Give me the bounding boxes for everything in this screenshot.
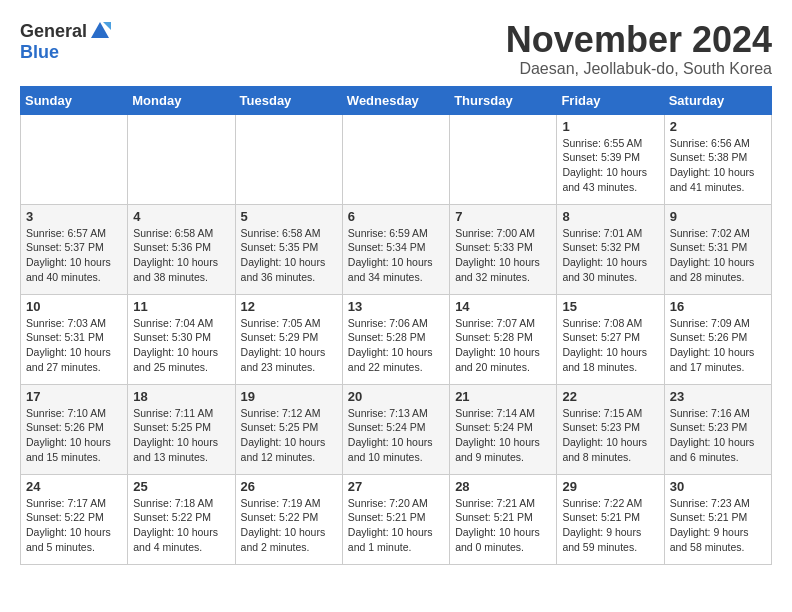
calendar-header-row: Sunday Monday Tuesday Wednesday Thursday… <box>21 86 772 114</box>
day-info: Sunrise: 7:03 AM Sunset: 5:31 PM Dayligh… <box>26 316 122 375</box>
table-row: 3Sunrise: 6:57 AM Sunset: 5:37 PM Daylig… <box>21 204 128 294</box>
table-row: 17Sunrise: 7:10 AM Sunset: 5:26 PM Dayli… <box>21 384 128 474</box>
table-row: 11Sunrise: 7:04 AM Sunset: 5:30 PM Dayli… <box>128 294 235 384</box>
table-row: 14Sunrise: 7:07 AM Sunset: 5:28 PM Dayli… <box>450 294 557 384</box>
page-container: General Blue November 2024 Daesan, Jeoll… <box>0 0 792 575</box>
day-info: Sunrise: 7:14 AM Sunset: 5:24 PM Dayligh… <box>455 406 551 465</box>
day-number: 25 <box>133 479 229 494</box>
day-info: Sunrise: 6:57 AM Sunset: 5:37 PM Dayligh… <box>26 226 122 285</box>
table-row: 24Sunrise: 7:17 AM Sunset: 5:22 PM Dayli… <box>21 474 128 564</box>
day-number: 7 <box>455 209 551 224</box>
day-info: Sunrise: 6:56 AM Sunset: 5:38 PM Dayligh… <box>670 136 766 195</box>
table-row: 7Sunrise: 7:00 AM Sunset: 5:33 PM Daylig… <box>450 204 557 294</box>
day-info: Sunrise: 6:58 AM Sunset: 5:35 PM Dayligh… <box>241 226 337 285</box>
col-wednesday: Wednesday <box>342 86 449 114</box>
table-row: 29Sunrise: 7:22 AM Sunset: 5:21 PM Dayli… <box>557 474 664 564</box>
calendar-subtitle: Daesan, Jeollabuk-do, South Korea <box>506 60 772 78</box>
table-row: 22Sunrise: 7:15 AM Sunset: 5:23 PM Dayli… <box>557 384 664 474</box>
table-row: 26Sunrise: 7:19 AM Sunset: 5:22 PM Dayli… <box>235 474 342 564</box>
table-row: 13Sunrise: 7:06 AM Sunset: 5:28 PM Dayli… <box>342 294 449 384</box>
calendar-week-row: 24Sunrise: 7:17 AM Sunset: 5:22 PM Dayli… <box>21 474 772 564</box>
day-number: 10 <box>26 299 122 314</box>
calendar-table: Sunday Monday Tuesday Wednesday Thursday… <box>20 86 772 565</box>
table-row: 27Sunrise: 7:20 AM Sunset: 5:21 PM Dayli… <box>342 474 449 564</box>
table-row: 28Sunrise: 7:21 AM Sunset: 5:21 PM Dayli… <box>450 474 557 564</box>
table-row: 19Sunrise: 7:12 AM Sunset: 5:25 PM Dayli… <box>235 384 342 474</box>
day-number: 11 <box>133 299 229 314</box>
day-info: Sunrise: 7:10 AM Sunset: 5:26 PM Dayligh… <box>26 406 122 465</box>
day-number: 17 <box>26 389 122 404</box>
calendar-week-row: 1Sunrise: 6:55 AM Sunset: 5:39 PM Daylig… <box>21 114 772 204</box>
svg-marker-1 <box>103 22 111 30</box>
day-info: Sunrise: 7:23 AM Sunset: 5:21 PM Dayligh… <box>670 496 766 555</box>
day-info: Sunrise: 7:18 AM Sunset: 5:22 PM Dayligh… <box>133 496 229 555</box>
day-number: 5 <box>241 209 337 224</box>
table-row: 30Sunrise: 7:23 AM Sunset: 5:21 PM Dayli… <box>664 474 771 564</box>
day-info: Sunrise: 7:12 AM Sunset: 5:25 PM Dayligh… <box>241 406 337 465</box>
day-number: 4 <box>133 209 229 224</box>
day-info: Sunrise: 7:05 AM Sunset: 5:29 PM Dayligh… <box>241 316 337 375</box>
day-number: 8 <box>562 209 658 224</box>
day-info: Sunrise: 7:19 AM Sunset: 5:22 PM Dayligh… <box>241 496 337 555</box>
table-row: 8Sunrise: 7:01 AM Sunset: 5:32 PM Daylig… <box>557 204 664 294</box>
day-number: 9 <box>670 209 766 224</box>
table-row: 20Sunrise: 7:13 AM Sunset: 5:24 PM Dayli… <box>342 384 449 474</box>
day-number: 30 <box>670 479 766 494</box>
table-row: 12Sunrise: 7:05 AM Sunset: 5:29 PM Dayli… <box>235 294 342 384</box>
day-info: Sunrise: 7:07 AM Sunset: 5:28 PM Dayligh… <box>455 316 551 375</box>
day-info: Sunrise: 7:21 AM Sunset: 5:21 PM Dayligh… <box>455 496 551 555</box>
logo-general-text: General <box>20 21 87 42</box>
day-number: 21 <box>455 389 551 404</box>
day-number: 26 <box>241 479 337 494</box>
calendar-week-row: 17Sunrise: 7:10 AM Sunset: 5:26 PM Dayli… <box>21 384 772 474</box>
table-row <box>235 114 342 204</box>
col-saturday: Saturday <box>664 86 771 114</box>
day-number: 3 <box>26 209 122 224</box>
day-number: 16 <box>670 299 766 314</box>
logo: General Blue <box>20 20 111 63</box>
col-tuesday: Tuesday <box>235 86 342 114</box>
day-info: Sunrise: 7:15 AM Sunset: 5:23 PM Dayligh… <box>562 406 658 465</box>
day-number: 18 <box>133 389 229 404</box>
table-row: 5Sunrise: 6:58 AM Sunset: 5:35 PM Daylig… <box>235 204 342 294</box>
day-number: 23 <box>670 389 766 404</box>
day-number: 6 <box>348 209 444 224</box>
day-info: Sunrise: 6:55 AM Sunset: 5:39 PM Dayligh… <box>562 136 658 195</box>
col-monday: Monday <box>128 86 235 114</box>
table-row: 25Sunrise: 7:18 AM Sunset: 5:22 PM Dayli… <box>128 474 235 564</box>
day-info: Sunrise: 7:06 AM Sunset: 5:28 PM Dayligh… <box>348 316 444 375</box>
day-number: 1 <box>562 119 658 134</box>
table-row: 2Sunrise: 6:56 AM Sunset: 5:38 PM Daylig… <box>664 114 771 204</box>
day-info: Sunrise: 7:11 AM Sunset: 5:25 PM Dayligh… <box>133 406 229 465</box>
table-row: 4Sunrise: 6:58 AM Sunset: 5:36 PM Daylig… <box>128 204 235 294</box>
day-info: Sunrise: 7:09 AM Sunset: 5:26 PM Dayligh… <box>670 316 766 375</box>
day-number: 13 <box>348 299 444 314</box>
table-row <box>21 114 128 204</box>
day-number: 14 <box>455 299 551 314</box>
day-number: 19 <box>241 389 337 404</box>
title-block: November 2024 Daesan, Jeollabuk-do, Sout… <box>506 20 772 78</box>
calendar-title: November 2024 <box>506 20 772 60</box>
logo-blue-text: Blue <box>20 42 59 62</box>
table-row: 9Sunrise: 7:02 AM Sunset: 5:31 PM Daylig… <box>664 204 771 294</box>
table-row <box>342 114 449 204</box>
day-number: 2 <box>670 119 766 134</box>
table-row: 10Sunrise: 7:03 AM Sunset: 5:31 PM Dayli… <box>21 294 128 384</box>
day-info: Sunrise: 6:58 AM Sunset: 5:36 PM Dayligh… <box>133 226 229 285</box>
col-thursday: Thursday <box>450 86 557 114</box>
day-number: 29 <box>562 479 658 494</box>
table-row: 15Sunrise: 7:08 AM Sunset: 5:27 PM Dayli… <box>557 294 664 384</box>
table-row <box>450 114 557 204</box>
day-info: Sunrise: 7:00 AM Sunset: 5:33 PM Dayligh… <box>455 226 551 285</box>
day-number: 22 <box>562 389 658 404</box>
day-number: 27 <box>348 479 444 494</box>
day-number: 24 <box>26 479 122 494</box>
table-row <box>128 114 235 204</box>
day-info: Sunrise: 7:22 AM Sunset: 5:21 PM Dayligh… <box>562 496 658 555</box>
day-number: 12 <box>241 299 337 314</box>
table-row: 23Sunrise: 7:16 AM Sunset: 5:23 PM Dayli… <box>664 384 771 474</box>
calendar-week-row: 10Sunrise: 7:03 AM Sunset: 5:31 PM Dayli… <box>21 294 772 384</box>
day-info: Sunrise: 7:13 AM Sunset: 5:24 PM Dayligh… <box>348 406 444 465</box>
day-info: Sunrise: 7:04 AM Sunset: 5:30 PM Dayligh… <box>133 316 229 375</box>
col-friday: Friday <box>557 86 664 114</box>
